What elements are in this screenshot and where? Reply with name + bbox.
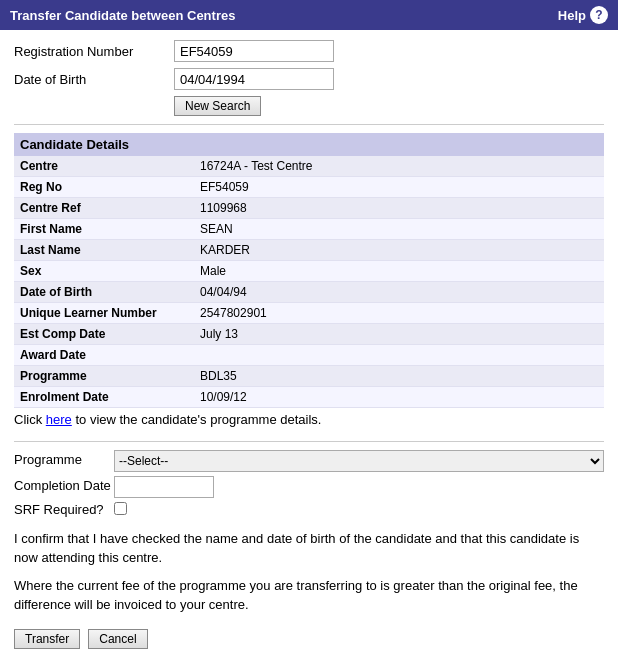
table-row: Centre Ref1109968 bbox=[14, 198, 604, 219]
help-area[interactable]: Help ? bbox=[558, 6, 608, 24]
detail-value: July 13 bbox=[194, 324, 244, 344]
reg-number-row: Registration Number bbox=[14, 40, 604, 62]
table-row: Unique Learner Number2547802901 bbox=[14, 303, 604, 324]
detail-label: Enrolment Date bbox=[14, 387, 194, 407]
table-row: First NameSEAN bbox=[14, 219, 604, 240]
detail-value: SEAN bbox=[194, 219, 239, 239]
title-bar: Transfer Candidate between Centres Help … bbox=[0, 0, 618, 30]
divider-1 bbox=[14, 124, 604, 125]
detail-label: Sex bbox=[14, 261, 194, 281]
detail-label: Centre bbox=[14, 156, 194, 176]
table-row: Enrolment Date10/09/12 bbox=[14, 387, 604, 408]
help-icon[interactable]: ? bbox=[590, 6, 608, 24]
candidate-section: Candidate Details Centre16724A - Test Ce… bbox=[14, 133, 604, 408]
help-label: Help bbox=[558, 8, 586, 23]
detail-label: Reg No bbox=[14, 177, 194, 197]
detail-value: 16724A - Test Centre bbox=[194, 156, 319, 176]
detail-value: 04/04/94 bbox=[194, 282, 253, 302]
detail-value: BDL35 bbox=[194, 366, 243, 386]
programme-details-link[interactable]: here bbox=[46, 412, 72, 427]
reg-number-label: Registration Number bbox=[14, 44, 174, 59]
reg-number-input[interactable] bbox=[174, 40, 334, 62]
candidate-rows-container: Centre16724A - Test CentreReg NoEF54059C… bbox=[14, 156, 604, 408]
transfer-button[interactable]: Transfer bbox=[14, 629, 80, 649]
confirm-text-1: I confirm that I have checked the name a… bbox=[14, 529, 604, 568]
programme-select[interactable]: --Select-- bbox=[114, 450, 604, 472]
dob-input[interactable] bbox=[174, 68, 334, 90]
detail-value: 1109968 bbox=[194, 198, 253, 218]
detail-label: Last Name bbox=[14, 240, 194, 260]
detail-value: 10/09/12 bbox=[194, 387, 253, 407]
srf-row: SRF Required? bbox=[14, 502, 604, 519]
detail-label: Date of Birth bbox=[14, 282, 194, 302]
detail-label: First Name bbox=[14, 219, 194, 239]
divider-2 bbox=[14, 441, 604, 442]
click-link-row: Click here to view the candidate's progr… bbox=[14, 408, 604, 433]
confirm-text-2: Where the current fee of the programme y… bbox=[14, 576, 604, 615]
detail-value: Male bbox=[194, 261, 232, 281]
table-row: Reg NoEF54059 bbox=[14, 177, 604, 198]
srf-label: SRF Required? bbox=[14, 502, 114, 519]
detail-label: Unique Learner Number bbox=[14, 303, 194, 323]
cancel-button[interactable]: Cancel bbox=[88, 629, 147, 649]
page-title: Transfer Candidate between Centres bbox=[10, 8, 235, 23]
programme-label: Programme bbox=[14, 450, 114, 467]
detail-value: 2547802901 bbox=[194, 303, 273, 323]
candidate-section-header: Candidate Details bbox=[14, 133, 604, 156]
detail-value bbox=[194, 345, 206, 365]
table-row: Centre16724A - Test Centre bbox=[14, 156, 604, 177]
detail-label: Centre Ref bbox=[14, 198, 194, 218]
table-row: Est Comp DateJuly 13 bbox=[14, 324, 604, 345]
detail-value: EF54059 bbox=[194, 177, 255, 197]
main-content: Registration Number Date of Birth New Se… bbox=[0, 30, 618, 664]
srf-checkbox[interactable] bbox=[114, 502, 127, 515]
programme-select-row: Programme --Select-- bbox=[14, 450, 604, 472]
table-row: Last NameKARDER bbox=[14, 240, 604, 261]
completion-date-input[interactable] bbox=[114, 476, 214, 498]
dob-label: Date of Birth bbox=[14, 72, 174, 87]
table-row: SexMale bbox=[14, 261, 604, 282]
new-search-row: New Search bbox=[174, 96, 604, 116]
click-link-pre: Click bbox=[14, 412, 46, 427]
completion-date-row: Completion Date bbox=[14, 476, 604, 498]
table-row: ProgrammeBDL35 bbox=[14, 366, 604, 387]
detail-value: KARDER bbox=[194, 240, 256, 260]
detail-label: Programme bbox=[14, 366, 194, 386]
completion-date-label: Completion Date bbox=[14, 476, 114, 493]
new-search-button[interactable]: New Search bbox=[174, 96, 261, 116]
bottom-buttons: Transfer Cancel bbox=[14, 629, 604, 659]
programme-section: Programme --Select-- Completion Date SRF… bbox=[14, 450, 604, 519]
detail-label: Est Comp Date bbox=[14, 324, 194, 344]
table-row: Date of Birth04/04/94 bbox=[14, 282, 604, 303]
click-link-post: to view the candidate's programme detail… bbox=[72, 412, 322, 427]
dob-row: Date of Birth bbox=[14, 68, 604, 90]
detail-label: Award Date bbox=[14, 345, 194, 365]
table-row: Award Date bbox=[14, 345, 604, 366]
